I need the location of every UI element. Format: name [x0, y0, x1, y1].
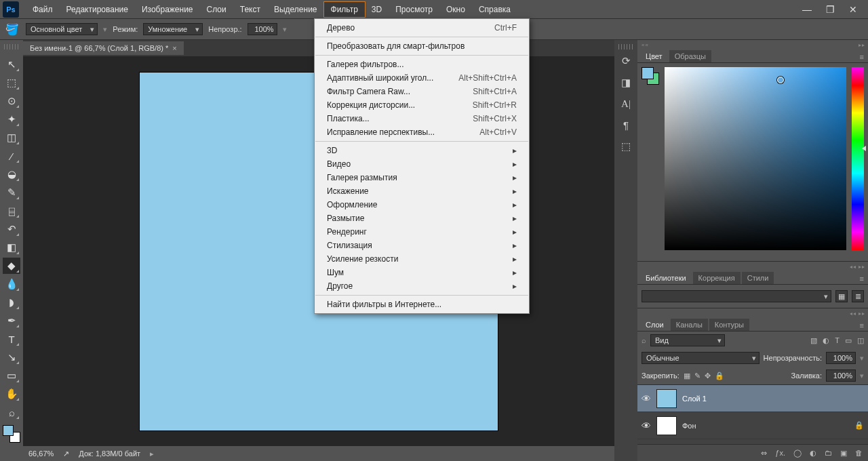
menu-текст[interactable]: Текст — [233, 2, 267, 17]
shape-tool[interactable]: ▭ — [3, 367, 20, 384]
fx-icon[interactable]: ƒx. — [775, 449, 785, 457]
heal-tool[interactable]: ◒ — [3, 166, 20, 182]
menu-item[interactable]: Пластика...Shift+Ctrl+X — [315, 112, 529, 125]
move-tool[interactable]: ↖ — [3, 56, 20, 73]
visibility-icon[interactable]: 👁 — [642, 420, 651, 431]
tab-paths[interactable]: Контуры — [709, 319, 749, 331]
new-layer-icon[interactable]: ▣ — [840, 449, 847, 458]
search-icon[interactable]: ⌕ — [642, 336, 646, 344]
layer-name[interactable]: Слой 1 — [682, 395, 707, 403]
tab-styles[interactable]: Стили — [742, 272, 774, 284]
fg-bg-swatch-tool[interactable] — [3, 425, 20, 443]
zoom-level[interactable]: 66,67% — [28, 449, 54, 458]
lock-pos-icon[interactable]: ✥ — [705, 372, 711, 380]
foreground-select[interactable]: Основной цвет — [26, 23, 98, 35]
blend-mode-select[interactable]: Умножение — [143, 23, 203, 35]
menu-файл[interactable]: Файл — [26, 2, 60, 17]
minimize-button[interactable]: — — [799, 4, 815, 15]
collapse-icon[interactable]: ▸▸ — [859, 42, 868, 48]
menu-item[interactable]: ДеревоCtrl+F — [315, 21, 529, 35]
lock-trans-icon[interactable]: ▦ — [684, 372, 690, 380]
trash-icon[interactable]: 🗑 — [855, 449, 863, 457]
menu-изображение[interactable]: Изображение — [135, 2, 200, 17]
opacity-input[interactable]: 100% — [248, 23, 277, 35]
menu-item[interactable]: Найти фильтры в Интернете... — [315, 298, 529, 311]
close-button[interactable]: ✕ — [845, 4, 861, 15]
type-filter-icon[interactable]: T — [835, 336, 840, 345]
pixel-filter-icon[interactable]: ▧ — [810, 336, 817, 345]
layer-row[interactable]: 👁Слой 1 — [637, 385, 868, 412]
tab-color[interactable]: Цвет — [640, 50, 668, 62]
menu-просмотр[interactable]: Просмотр — [389, 2, 439, 17]
menu-item[interactable]: Видео▸ — [315, 157, 529, 171]
panel-grip[interactable]: ««▸▸ — [637, 40, 868, 49]
list-view-icon[interactable]: ≣ — [852, 290, 864, 302]
color-field[interactable] — [665, 67, 846, 250]
menu-item[interactable]: Адаптивный широкий угол...Alt+Shift+Ctrl… — [315, 71, 529, 85]
marquee-tool[interactable]: ⬚ — [3, 75, 20, 91]
3d-icon[interactable]: ⬚ — [621, 140, 631, 153]
close-tab-icon[interactable]: × — [172, 44, 176, 52]
pen-tool[interactable]: ✒ — [3, 313, 20, 329]
adjust-filter-icon[interactable]: ◐ — [823, 336, 829, 345]
menu-item[interactable]: Другое▸ — [315, 279, 529, 293]
dodge-tool[interactable]: ◗ — [3, 294, 20, 310]
panel-grip[interactable]: ◂◂ ▸▸ — [637, 308, 868, 318]
collapse-icon[interactable]: ◂◂ ▸▸ — [850, 310, 868, 317]
menu-редактирование[interactable]: Редактирование — [60, 2, 135, 17]
menu-item[interactable]: Шум▸ — [315, 266, 529, 279]
smart-filter-icon[interactable]: ◫ — [857, 336, 864, 345]
panel-menu-icon[interactable]: ≡ — [856, 52, 868, 62]
history-tool[interactable]: ↶ — [3, 221, 20, 237]
adjustment-icon[interactable]: ◐ — [810, 449, 816, 458]
menu-справка[interactable]: Справка — [472, 2, 517, 17]
menu-item[interactable]: Искажение▸ — [315, 184, 529, 198]
layer-thumb[interactable] — [656, 416, 677, 435]
layer-filter-select[interactable]: Вид — [650, 334, 725, 346]
menu-фильтр[interactable]: Фильтр — [324, 2, 365, 17]
layer-thumb[interactable] — [656, 389, 677, 408]
panel-menu-icon[interactable]: ≡ — [856, 320, 868, 331]
stamp-tool[interactable]: ⌸ — [3, 203, 20, 219]
document-tab[interactable]: Без имени-1 @ 66,7% (Слой 1, RGB/8) * × — [23, 41, 184, 55]
fg-color-swatch[interactable] — [642, 67, 654, 79]
tab-layers[interactable]: Слои — [640, 319, 669, 331]
paragraph-icon[interactable]: ¶ — [623, 119, 629, 131]
shape-filter-icon[interactable]: ▭ — [845, 336, 852, 345]
visibility-icon[interactable]: 👁 — [642, 393, 651, 404]
lock-all-icon[interactable]: 🔒 — [715, 372, 724, 380]
zoom-tool[interactable]: ⌕ — [3, 404, 20, 420]
fg-bg-swatch[interactable] — [642, 67, 659, 85]
grid-view-icon[interactable]: ▦ — [835, 290, 848, 302]
lock-paint-icon[interactable]: ✎ — [694, 372, 701, 380]
menu-item[interactable]: Фильтр Camera Raw...Shift+Ctrl+A — [315, 85, 529, 98]
hue-slider[interactable] — [852, 67, 864, 250]
menu-слои[interactable]: Слои — [200, 2, 233, 17]
menu-item[interactable]: Оформление▸ — [315, 198, 529, 212]
menu-item[interactable]: Галерея размытия▸ — [315, 171, 529, 184]
mask-icon[interactable]: ◯ — [793, 449, 802, 458]
menu-item[interactable]: Преобразовать для смарт-фильтров — [315, 39, 529, 53]
layer-row[interactable]: 👁Фон🔒 — [637, 412, 868, 439]
menu-item[interactable]: Усиление резкости▸ — [315, 252, 529, 266]
menu-item[interactable]: Исправление перспективы...Alt+Ctrl+V — [315, 125, 529, 139]
maximize-button[interactable]: ❐ — [822, 4, 838, 15]
library-select[interactable] — [642, 290, 831, 302]
menu-item[interactable]: Стилизация▸ — [315, 239, 529, 252]
tab-libraries[interactable]: Библиотеки — [640, 272, 692, 284]
layer-name[interactable]: Фон — [682, 422, 696, 430]
menu-item[interactable]: Размытие▸ — [315, 212, 529, 225]
bucket-tool[interactable]: ◆ — [3, 258, 20, 274]
tab-swatches[interactable]: Образцы — [669, 50, 711, 62]
type-tool[interactable]: T — [3, 331, 20, 347]
character-icon[interactable]: A| — [621, 98, 631, 110]
hand-tool[interactable]: ✋ — [3, 386, 20, 402]
crop-tool[interactable]: ◫ — [3, 129, 20, 146]
chevron-right-icon[interactable]: ▸ — [150, 449, 154, 458]
properties-icon[interactable]: ◨ — [621, 77, 631, 89]
menu-item[interactable]: Коррекция дисторсии...Shift+Ctrl+R — [315, 98, 529, 112]
export-icon[interactable]: ↗ — [63, 449, 69, 458]
panel-menu-icon[interactable]: ≡ — [856, 273, 868, 284]
bucket-tool-icon[interactable]: 🪣 — [4, 21, 20, 37]
eyedrop-tool[interactable]: ⁄ — [3, 148, 20, 164]
